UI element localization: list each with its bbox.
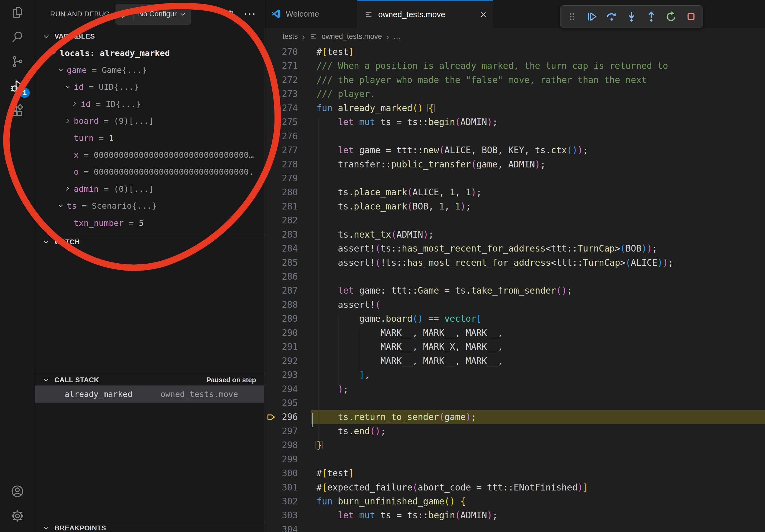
variable-row-id[interactable]: id = UID{...} [35,79,264,95]
chevron-down-icon [179,11,186,18]
line-number[interactable]: 281 [264,199,311,213]
start-debug-icon[interactable] [120,10,129,19]
variables-section-header[interactable]: VARIABLES [35,28,264,45]
variables-scope-row[interactable]: locals: already_marked [35,45,264,61]
views-more-actions-icon[interactable]: ··· [244,9,257,19]
line-number[interactable]: 292 [264,354,311,368]
variable-row-board[interactable]: board = (9)[...] [35,113,264,130]
settings-gear-icon[interactable] [5,504,29,528]
line-number[interactable]: 276 [264,130,311,143]
step-into-icon[interactable] [625,9,638,24]
tab-welcome[interactable]: Welcome [264,0,357,28]
line-number[interactable]: 284 [264,242,311,256]
line-number[interactable]: 279 [264,171,311,185]
source-control-icon[interactable] [5,49,29,74]
variable-row-x[interactable]: x = 0000000000000000000000000000000… [35,146,264,163]
chevron-down-icon[interactable] [64,83,74,91]
line-number[interactable]: 299 [264,452,311,466]
breakpoints-section-header[interactable]: BREAKPOINTS [35,521,264,532]
line-number[interactable]: 288 [264,298,311,312]
line-number[interactable]: 278 [264,157,311,171]
debug-settings-gear-icon[interactable] [225,9,235,19]
tab-close-icon[interactable]: × [480,9,486,20]
line-number[interactable]: 273 [264,87,311,101]
line-content: let mut ts = ts::begin(ADMIN); [311,508,765,522]
line-number[interactable]: 294 [264,382,311,396]
code-line-296: 296 ts.return_to_sender(game); [264,410,765,424]
line-number[interactable]: 291 [264,340,311,354]
vscode-logo-icon [271,9,281,19]
line-number[interactable]: 304 [264,523,311,532]
line-content [311,523,765,532]
line-number[interactable]: 285 [264,256,311,270]
chevron-down-icon [42,524,50,532]
code-line-291: 291 MARK__, MARK_X, MARK__, [264,340,765,354]
line-number[interactable]: 274 [264,101,311,115]
line-number[interactable]: 289 [264,312,311,326]
account-icon[interactable] [5,479,29,504]
line-number[interactable]: 271 [264,59,311,73]
line-number[interactable]: 286 [264,270,311,284]
line-number[interactable]: 296 [264,410,311,424]
line-number[interactable]: 277 [264,143,311,157]
line-number[interactable]: 295 [264,396,311,410]
line-content: game.board() == vector[ [311,312,765,326]
line-number[interactable]: 298 [264,438,311,452]
chevron-right-icon[interactable] [64,185,74,192]
code-line-285: 285 assert!(!ts::has_most_recent_for_add… [264,256,765,270]
equals-sign: = [84,82,99,92]
line-number[interactable]: 287 [264,284,311,298]
variable-row-game[interactable]: game = Game{...} [35,61,264,78]
line-number[interactable]: 270 [264,45,311,59]
breadcrumb-folder[interactable]: tests [283,32,298,41]
step-out-icon[interactable] [645,9,658,24]
stack-frame-already_marked[interactable]: already_markedowned_tests.move [35,386,264,402]
activity-bar: 1 [0,0,35,532]
chevron-right-icon[interactable] [64,117,74,125]
explorer-icon[interactable] [5,0,29,25]
chevron-down-icon[interactable] [50,49,60,57]
restart-icon[interactable] [664,9,678,24]
line-number[interactable]: 303 [264,508,311,522]
toolbar-drag-handle-icon[interactable] [565,9,579,24]
breadcrumb-symbol-more[interactable]: … [393,32,400,41]
variable-row-o[interactable]: o = 0000000000000000000000000000000. [35,163,264,180]
variable-row-txn_number[interactable]: txn_number = 5 [35,214,264,231]
call-stack-section-header[interactable]: CALL STACK Paused on step [35,374,264,386]
watch-section-header[interactable]: WATCH [35,235,264,249]
line-number[interactable]: 280 [264,185,311,199]
search-icon[interactable] [5,25,29,49]
chevron-right-icon[interactable] [71,100,81,108]
step-over-icon[interactable] [605,9,618,24]
variable-row-admin[interactable]: admin = (0)[...] [35,180,264,197]
equals-sign: = [99,116,114,126]
stop-icon[interactable] [684,9,698,24]
variable-row-turn[interactable]: turn = 1 [35,130,264,146]
line-number[interactable]: 290 [264,326,311,340]
line-number[interactable]: 282 [264,213,311,227]
line-content: ts.place_mark(BOB, 1, 1); [311,199,765,213]
chevron-down-icon[interactable] [57,202,67,209]
chevron-down-icon[interactable] [57,67,67,74]
line-number[interactable]: 272 [264,73,311,87]
line-number[interactable]: 275 [264,115,311,129]
line-number[interactable]: 293 [264,368,311,382]
code-editor[interactable]: 270#[test]271/// When a position is alre… [264,45,765,532]
line-number[interactable]: 302 [264,494,311,508]
line-number[interactable]: 301 [264,481,311,494]
line-number[interactable]: 297 [264,424,311,438]
variable-row-ts[interactable]: ts = Scenario{...} [35,197,264,214]
run-and-debug-icon[interactable]: 1 [5,74,29,99]
line-content: fun already_marked() { [311,101,765,115]
frame-name: already_marked [65,390,161,399]
variable-row-id[interactable]: id = ID{...} [35,95,264,112]
line-content [311,130,765,143]
launch-config-dropdown[interactable]: No Configur [116,4,191,25]
breadcrumb-file[interactable]: owned_tests.move [322,32,382,41]
line-content [311,452,765,466]
tab-owned-tests-move[interactable]: owned_tests.move × [357,0,493,28]
continue-icon[interactable] [585,9,598,24]
line-number[interactable]: 283 [264,228,311,242]
extensions-icon[interactable] [5,99,29,123]
line-number[interactable]: 300 [264,466,311,480]
